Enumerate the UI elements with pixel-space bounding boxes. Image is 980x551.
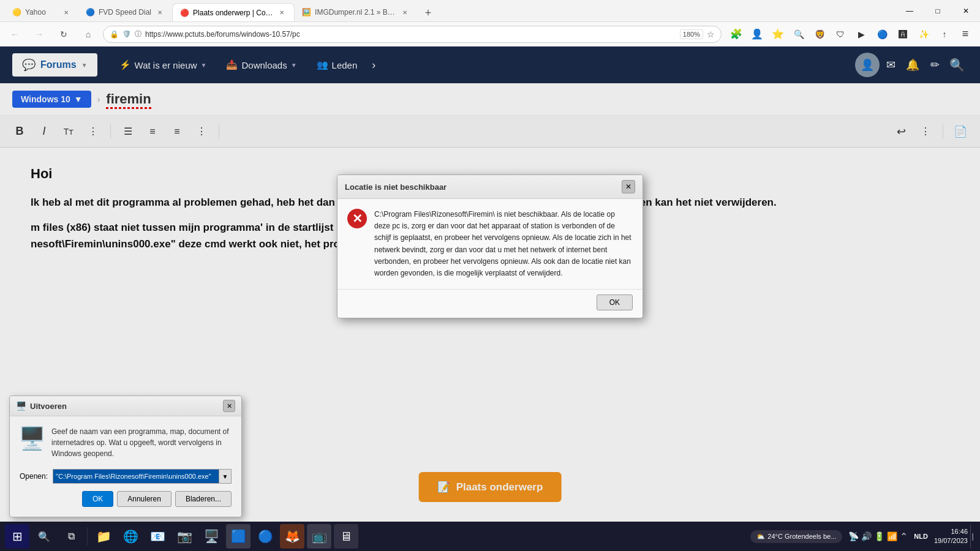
uitvoeren-description-text: Geef de naam van een programma, map, doc… <box>51 426 232 459</box>
window-restore-button[interactable]: □ <box>924 2 952 20</box>
browser-search-icon[interactable]: 🔍 <box>789 24 809 44</box>
browser-tabs: 🟡 Yahoo ✕ 🔵 FVD Speed Dial ✕ 🔴 Plaats on… <box>0 0 895 21</box>
location-error-dialog: Locatie is niet beschikbaar ✕ ✕ C:\Progr… <box>337 174 643 318</box>
window-close-button[interactable]: ✕ <box>952 2 980 20</box>
browser-toolbar-right: 🧩 👤 ⭐ 🔍 🦁 🛡 ▶ 🔵 🅰 ✨ ↑ ≡ <box>726 24 975 44</box>
uitvoeren-cancel-button[interactable]: Annuleren <box>117 491 172 507</box>
lock-icon: 🔒 <box>110 30 119 39</box>
addon-icon-1[interactable]: 🦁 <box>810 24 829 44</box>
taskbar-app-3[interactable]: 📧 <box>145 524 170 549</box>
tab-favicon-pctuts: 🔴 <box>180 9 189 17</box>
bookmark-star-icon[interactable]: ☆ <box>707 29 715 39</box>
address-input[interactable]: 🔒 🛡️ ⓘ https://www.pctuts.be/forums/wind… <box>103 26 722 43</box>
home-button[interactable]: ⌂ <box>78 24 98 44</box>
taskbar-separator-1 <box>87 527 88 545</box>
tray-network[interactable]: 📡 <box>848 531 859 541</box>
taskbar-app-6[interactable]: 🟦 <box>226 524 251 549</box>
collections-icon[interactable]: ⭐ <box>768 24 788 44</box>
open-input-dropdown[interactable]: ▼ <box>219 469 232 484</box>
uitvoeren-buttons: OK Annuleren Bladeren... <box>20 491 232 507</box>
tab-favicon-fvd: 🔵 <box>86 8 95 17</box>
task-view-button[interactable]: ⧉ <box>59 524 83 549</box>
location-dialog-close-button[interactable]: ✕ <box>622 180 635 193</box>
weather-text: 24°C Grotendeels be... <box>767 533 836 540</box>
taskbar-app-9[interactable]: 📺 <box>307 524 331 549</box>
uitvoeren-title-label: Uitvoeren <box>30 402 67 411</box>
location-dialog-titlebar: Locatie is niet beschikbaar ✕ <box>337 175 643 199</box>
tab-close-fvd[interactable]: ✕ <box>155 7 165 17</box>
clock-date: 19/07/2023 <box>934 536 968 545</box>
language-indicator[interactable]: NLD <box>910 531 932 541</box>
reload-button[interactable]: ↻ <box>54 24 74 44</box>
location-error-message: C:\Program Files\Rizonesoft\Firemin\ is … <box>374 209 633 279</box>
back-button[interactable]: ← <box>5 24 24 44</box>
uitvoeren-input-row: Openen: ▼ <box>20 469 232 484</box>
location-dialog-footer: OK <box>337 289 643 318</box>
start-button[interactable]: ⊞ <box>5 524 29 549</box>
weather-widget[interactable]: ⛅ 24°C Grotendeels be... <box>750 530 842 543</box>
uitvoeren-icon-large: 🖥️ <box>20 426 44 451</box>
browser-titlebar: 🟡 Yahoo ✕ 🔵 FVD Speed Dial ✕ 🔴 Plaats on… <box>0 0 980 22</box>
address-url[interactable]: https://www.pctuts.be/forums/windows-10.… <box>145 30 676 39</box>
search-button[interactable]: 🔍 <box>32 524 56 549</box>
tab-label-imgdumper: IMGDumper.nl 2.1 » Bekijk Afbeeld... <box>315 8 396 17</box>
window-minimize-button[interactable]: — <box>895 2 924 20</box>
share-icon[interactable]: ↑ <box>935 24 954 44</box>
open-input[interactable] <box>53 469 219 484</box>
menu-icon[interactable]: ≡ <box>956 24 975 44</box>
forward-button[interactable]: → <box>29 24 49 44</box>
new-tab-button[interactable]: + <box>420 4 437 21</box>
address-icon: ⓘ <box>135 29 141 39</box>
tab-close-pctuts[interactable]: ✕ <box>277 8 287 18</box>
uitvoeren-titlebar: 🖥️ Uitvoeren ✕ <box>10 396 241 416</box>
tab-fvd[interactable]: 🔵 FVD Speed Dial ✕ <box>78 3 172 21</box>
tab-label-yahoo: Yahoo <box>25 8 58 17</box>
uitvoeren-icon: 🖥️ <box>16 401 26 411</box>
weather-icon: ⛅ <box>756 533 765 541</box>
clock-time: 16:46 <box>934 527 968 536</box>
location-dialog-body: ✕ C:\Program Files\Rizonesoft\Firemin\ i… <box>337 199 643 289</box>
taskbar-app-4[interactable]: 📷 <box>172 524 197 549</box>
tray-wifi[interactable]: 📶 <box>887 531 897 541</box>
addon-icon-3[interactable]: ▶ <box>851 24 871 44</box>
uitvoeren-browse-button[interactable]: Bladeren... <box>175 491 232 507</box>
tray-more[interactable]: ⌃ <box>900 531 908 542</box>
taskbar-app-1[interactable]: 📁 <box>91 524 116 549</box>
tab-yahoo[interactable]: 🟡 Yahoo ✕ <box>5 3 78 21</box>
taskbar-app-5[interactable]: 🖥️ <box>199 524 224 549</box>
taskbar: ⊞ 🔍 ⧉ 📁 🌐 📧 📷 🖥️ 🟦 🔵 🦊 📺 🖥 ⛅ 24°C Groten… <box>0 522 980 551</box>
addon-icon-5[interactable]: 🅰 <box>893 24 913 44</box>
tab-label-fvd: FVD Speed Dial <box>99 8 151 17</box>
tab-favicon-yahoo: 🟡 <box>12 8 21 17</box>
taskbar-app-10[interactable]: 🖥 <box>334 524 358 549</box>
tray-volume[interactable]: 🔊 <box>861 531 872 541</box>
tab-close-yahoo[interactable]: ✕ <box>61 7 71 17</box>
show-desktop-button[interactable]: │ <box>970 524 975 549</box>
taskbar-app-8[interactable]: 🦊 <box>280 524 304 549</box>
addon-icon-4[interactable]: 🔵 <box>872 24 892 44</box>
profile-icon[interactable]: 👤 <box>747 24 767 44</box>
address-security-icon: 🛡️ <box>123 30 131 38</box>
tab-imgdumper[interactable]: 🖼️ IMGDumper.nl 2.1 » Bekijk Afbeeld... … <box>295 3 417 21</box>
location-ok-button[interactable]: OK <box>597 294 633 310</box>
address-bar: ← → ↻ ⌂ 🔒 🛡️ ⓘ https://www.pctuts.be/for… <box>0 22 980 47</box>
taskbar-app-2[interactable]: 🌐 <box>118 524 143 549</box>
taskbar-clock[interactable]: 16:46 19/07/2023 <box>934 527 968 546</box>
extensions-icon[interactable]: 🧩 <box>726 24 746 44</box>
addon-icon-2[interactable]: 🛡 <box>831 24 850 44</box>
uitvoeren-description-area: 🖥️ Geef de naam van een programma, map, … <box>20 426 232 459</box>
uitvoeren-content: 🖥️ Geef de naam van een programma, map, … <box>10 416 241 517</box>
uitvoeren-ok-button[interactable]: OK <box>82 491 113 507</box>
tab-close-imgdumper[interactable]: ✕ <box>400 7 410 17</box>
tray-battery[interactable]: 🔋 <box>874 531 884 541</box>
error-icon: ✕ <box>347 209 367 228</box>
taskbar-app-7[interactable]: 🔵 <box>253 524 277 549</box>
uitvoeren-dialog: 🖥️ Uitvoeren ✕ 🖥️ Geef de naam van een p… <box>9 395 242 517</box>
tab-pctuts[interactable]: 🔴 Plaats onderwerp | Computerf... ✕ <box>172 3 295 21</box>
open-input-container: ▼ <box>53 469 232 484</box>
uitvoeren-close-button[interactable]: ✕ <box>223 400 235 412</box>
copilot-icon[interactable]: ✨ <box>914 24 933 44</box>
tray-icons: 📡 🔊 🔋 📶 ⌃ <box>848 531 908 542</box>
location-dialog-title: Locatie is niet beschikbaar <box>345 182 447 192</box>
zoom-level: 180% <box>680 29 703 39</box>
